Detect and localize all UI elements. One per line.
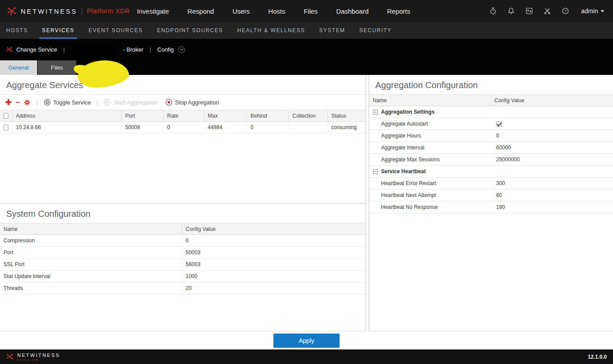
cell-value: 56003 — [182, 259, 366, 270]
help-icon[interactable]: ? — [561, 7, 569, 15]
stop-aggregation-label: Stop Aggregation — [175, 99, 219, 106]
setting-value: 180 — [491, 204, 505, 210]
tab-security[interactable]: SECURITY — [352, 22, 399, 39]
toggle-service-button[interactable]: Toggle Service — [44, 99, 91, 106]
sysconf-row-port[interactable]: Port 50003 — [0, 247, 366, 259]
system-configuration-header: Name Config Value — [0, 223, 366, 235]
cell-value: 1000 — [182, 271, 366, 282]
view-dropdown-chevron-icon[interactable] — [178, 46, 185, 53]
menu-users[interactable]: Users — [232, 7, 250, 15]
col-max[interactable]: Max — [204, 110, 247, 121]
group-service-heartbeat[interactable]: Service Heartbeat — [369, 166, 613, 178]
service-name-suffix: - Broker — [123, 46, 143, 53]
change-service-button[interactable]: Change Service — [6, 46, 57, 53]
collapse-icon[interactable] — [373, 110, 378, 115]
add-service-button[interactable]: ✚ — [5, 99, 11, 106]
aggregation-configuration-header: Name Config Value — [369, 95, 613, 106]
start-aggregation-button[interactable]: Start Aggregation — [104, 99, 157, 106]
tab-hosts[interactable]: HOSTS — [0, 22, 35, 39]
row-heartbeat-next-attempt[interactable]: Heartbeat Next Attempt 60 — [369, 189, 613, 201]
menu-respond[interactable]: Respond — [187, 7, 214, 15]
col-name[interactable]: Name — [0, 223, 182, 234]
setting-name: Aggregate Autostart — [369, 121, 491, 127]
stop-aggregation-button[interactable]: Stop Aggregation — [165, 99, 219, 106]
brand: NETWITNESS | Platform XDR — [0, 6, 137, 16]
col-config-value[interactable]: Config Value — [491, 95, 613, 106]
col-name[interactable]: Name — [369, 95, 491, 106]
setting-name: Heartbeat No Response — [369, 204, 491, 210]
cell-value: 0 — [182, 235, 366, 246]
stopwatch-icon[interactable] — [489, 7, 497, 15]
user-menu[interactable]: admin — [581, 7, 604, 15]
tools-icon[interactable] — [543, 7, 551, 15]
row-heartbeat-no-response[interactable]: Heartbeat No Response 180 — [369, 201, 613, 213]
col-status[interactable]: Status — [328, 110, 366, 121]
redaction-black-mark — [70, 44, 116, 59]
row-aggregate-max-sessions[interactable]: Aggregate Max Sessions 25000000 — [369, 154, 613, 166]
row-aggregate-autostart[interactable]: Aggregate Autostart — [369, 118, 613, 130]
brand-divider: | — [81, 7, 83, 15]
toggle-service-label: Toggle Service — [53, 99, 91, 106]
toolbar-divider: | — [36, 99, 37, 106]
brand-name: NETWITNESS — [21, 7, 77, 15]
setting-value: 0 — [491, 133, 499, 139]
bell-icon[interactable] — [507, 7, 515, 15]
menu-files[interactable]: Files — [304, 7, 318, 15]
cell-port: 50008 — [122, 122, 164, 133]
tab-files[interactable]: Files — [37, 60, 76, 75]
aggregate-services-title: Aggregate Services — [0, 75, 366, 95]
row-heartbeat-error-restart[interactable]: Heartbeat Error Restart 300 — [369, 178, 613, 189]
tab-system[interactable]: SYSTEM — [312, 22, 352, 39]
row-checkbox[interactable] — [0, 122, 12, 133]
view-selector[interactable]: Config — [157, 46, 185, 53]
stop-aggregation-icon — [165, 99, 172, 106]
sysconf-row-compression[interactable]: Compression 0 — [0, 235, 366, 247]
setting-value: 300 — [491, 180, 505, 186]
col-collection[interactable]: Collection — [289, 110, 328, 121]
apply-button[interactable]: Apply — [273, 334, 340, 348]
service-bar-divider: | — [64, 46, 65, 53]
remove-service-button[interactable]: − — [15, 99, 20, 106]
setting-name: Aggregate Hours — [369, 133, 491, 139]
aggregate-services-toolbar: ✚ − | Toggle Service | Start A — [0, 95, 366, 110]
col-port[interactable]: Port — [122, 110, 164, 121]
group-label: Service Heartbeat — [381, 168, 426, 175]
group-aggregation-settings[interactable]: Aggregation Settings — [369, 106, 613, 118]
col-rate[interactable]: Rate — [164, 110, 204, 121]
change-service-label: Change Service — [16, 46, 57, 53]
col-address[interactable]: Address — [12, 110, 122, 121]
sysconf-row-ssl-port[interactable]: SSL Port 56003 — [0, 259, 366, 271]
tab-general[interactable]: General — [0, 60, 37, 75]
tab-health-wellness[interactable]: HEALTH & WELLNESS — [230, 22, 312, 39]
edit-service-button[interactable] — [24, 99, 30, 106]
tab-services[interactable]: SERVICES — [35, 22, 81, 39]
row-aggregate-interval[interactable]: Aggregate Interval 60000 — [369, 142, 613, 154]
row-aggregate-hours[interactable]: Aggregate Hours 0 — [369, 130, 613, 142]
tab-endpoint-sources[interactable]: ENDPOINT SOURCES — [150, 22, 230, 39]
menu-dashboard[interactable]: Dashboard — [336, 7, 368, 15]
cell-status: consuming — [328, 122, 366, 133]
select-all-checkbox[interactable] — [0, 110, 12, 121]
menu-investigate[interactable]: Investigate — [137, 7, 169, 15]
footer-brand: NETWITNESS Platform XDR — [6, 353, 60, 360]
toggle-service-icon — [44, 99, 51, 106]
toolbar-divider-2: | — [97, 99, 98, 106]
sysconf-row-stat-update-interval[interactable]: Stat Update Interval 1000 — [0, 271, 366, 282]
aggregate-autostart-checkbox[interactable] — [496, 121, 502, 127]
aggregate-service-row[interactable]: 10.24.8.66 50008 0 44984 0 consuming — [0, 122, 366, 134]
version-label: 12.1.0.0 — [588, 354, 607, 360]
aggregation-configuration-panel: Aggregation Configuration Name Config Va… — [369, 75, 613, 331]
tab-event-sources[interactable]: EVENT SOURCES — [82, 22, 150, 39]
cell-behind: 0 — [247, 122, 289, 133]
top-nav: NETWITNESS | Platform XDR Investigate Re… — [0, 0, 613, 22]
col-config-value[interactable]: Config Value — [182, 223, 366, 234]
menu-reports[interactable]: Reports — [387, 7, 411, 15]
sysconf-row-threads[interactable]: Threads 20 — [0, 282, 366, 294]
group-label: Aggregation Settings — [381, 109, 434, 115]
menu-hosts[interactable]: Hosts — [268, 7, 285, 15]
jobs-icon[interactable] — [525, 7, 533, 15]
collapse-icon[interactable] — [373, 169, 378, 174]
footer-brand-name: NETWITNESS — [17, 353, 60, 358]
col-behind[interactable]: Behind — [247, 110, 289, 121]
setting-value: 25000000 — [491, 156, 520, 163]
